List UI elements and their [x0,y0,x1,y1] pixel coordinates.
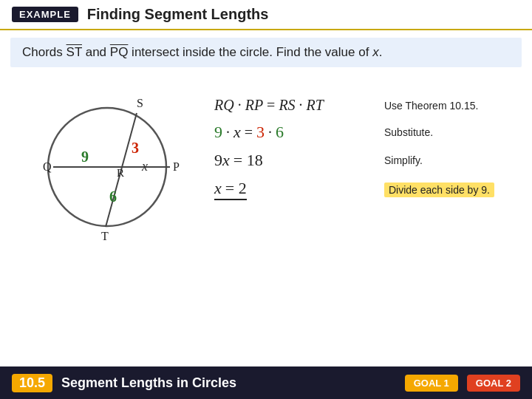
header: EXAMPLE Finding Segment Lengths [0,0,532,30]
num-9: 9 [81,149,89,165]
steps-area: RQ · RP = RS · RT Use Theorem 10.15. 9 ·… [207,82,517,200]
num-3: 3 [132,140,139,156]
diagram-svg: Q P S T R 9 3 x 6 [22,82,200,252]
problem-text-mid2: intersect inside the circle. Find the va… [132,45,369,59]
step-2-equation: 9 · x = 3 · 6 [214,123,362,142]
step-4-reason: Divide each side by 9. [384,183,494,197]
circle-diagram: Q P S T R 9 3 x 6 [15,82,207,252]
step-4-equation: x = 2 [214,179,362,200]
q-label: Q [43,160,52,173]
step-2-row: 9 · x = 3 · 6 Substitute. [214,123,517,142]
step-4-row: x = 2 Divide each side by 9. [214,179,517,200]
p-label: P [173,160,180,173]
s-label: S [137,97,143,109]
main-content: Q P S T R 9 3 x 6 RQ · RP = [0,75,532,259]
page-title: Finding Segment Lengths [87,6,269,23]
step-3-equation: 9x = 18 [214,151,362,170]
problem-text-mid1: and [86,45,106,59]
step-1-equation: RQ · RP = RS · RT [214,97,362,114]
step-1-row: RQ · RP = RS · RT Use Theorem 10.15. [214,97,517,114]
problem-text-end: . [379,45,383,59]
footer-badge: 10.5 [12,374,52,392]
step-1-reason: Use Theorem 10.15. [384,100,478,112]
variable-x: x [372,45,379,59]
goal2-badge: GOAL 2 [467,375,520,392]
footer-text: Segment Lengths in Circles [61,375,396,391]
step-3-reason: Simplify. [384,154,423,166]
chord1-label: ST [66,45,82,59]
num-x: x [141,159,148,174]
goal1-badge: GOAL 1 [405,375,458,392]
problem-statement: Chords ST and PQ intersect inside the ci… [10,38,522,67]
footer: 10.5 Segment Lengths in Circles GOAL 1 G… [0,366,532,399]
r-label: R [117,167,124,179]
problem-text-before: Chords [22,45,63,59]
step-2-reason: Substitute. [384,126,433,138]
num-6: 6 [109,188,117,205]
t-label: T [101,230,109,242]
step-3-row: 9x = 18 Simplify. [214,151,517,170]
example-badge: EXAMPLE [12,7,78,22]
chord2-label: PQ [110,45,129,59]
